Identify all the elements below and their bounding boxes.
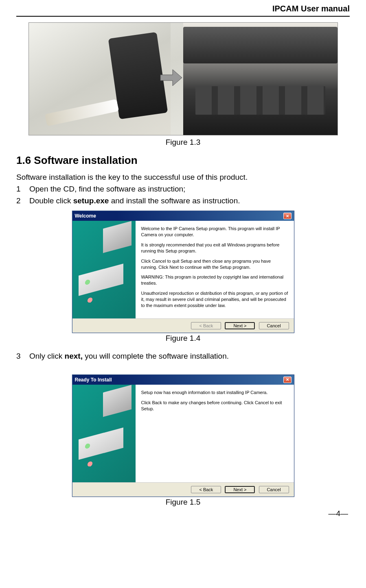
- back-button: < Back: [191, 322, 221, 329]
- close-icon[interactable]: ✕: [283, 213, 291, 219]
- figure-caption: Figure 1.3: [16, 138, 350, 147]
- next-button[interactable]: Next >: [225, 322, 255, 329]
- ready-to-install-dialog: Ready To Install ✕ Setup now has enough …: [72, 375, 294, 497]
- dialog-paragraph: It is strongly recommended that you exit…: [141, 242, 288, 254]
- step-3: 3 Only click next, you will complete the…: [16, 350, 350, 362]
- figure-caption: Figure 1.5: [16, 498, 350, 507]
- dialog-footer: < Back Next > Cancel: [72, 318, 294, 333]
- dialog-sidebar-graphic: [72, 385, 136, 482]
- bold-text: next,: [65, 352, 83, 360]
- dialog-paragraph: Click Back to make any changes before co…: [141, 400, 288, 412]
- dialog-paragraph: Click Cancel to quit Setup and then clos…: [141, 258, 288, 270]
- dialog-title-text: Ready To Install: [75, 377, 112, 383]
- dialog-footer: < Back Next > Cancel: [72, 482, 294, 497]
- dialog-paragraph: Unauthorized reproduction or distributio…: [141, 290, 288, 309]
- text: Double click: [29, 196, 73, 205]
- step-2: 2 Double click setup.exe and install the…: [16, 195, 350, 207]
- step-number: 2: [16, 195, 29, 207]
- bold-text: setup.exe: [73, 196, 109, 205]
- text: and install the software as instruction.: [109, 196, 240, 205]
- dialog-title-bar: Ready To Install ✕: [72, 375, 294, 385]
- dialog-content: Welcome to the IP Camera Setup program. …: [136, 221, 294, 318]
- step-number: 1: [16, 183, 29, 195]
- dialog-paragraph: Welcome to the IP Camera Setup program. …: [141, 226, 288, 238]
- step-text: Open the CD, find the software as instru…: [29, 183, 350, 195]
- router-lan-ports-photo: [183, 23, 338, 135]
- ipcam-cable-photo: [29, 23, 171, 135]
- step-1: 1 Open the CD, find the software as inst…: [16, 183, 350, 195]
- figure-1-5: Ready To Install ✕ Setup now has enough …: [16, 375, 350, 507]
- dialog-paragraph: Setup now has enough information to star…: [141, 390, 288, 396]
- figure-1-3: Figure 1.3: [16, 22, 350, 147]
- cancel-button[interactable]: Cancel: [259, 486, 289, 493]
- close-icon[interactable]: ✕: [283, 377, 291, 383]
- dialog-title-text: Welcome: [75, 213, 96, 219]
- arrow-right-icon: [158, 68, 183, 88]
- figure-1-4: Welcome ✕ Welcome to the IP Camera Setup…: [16, 211, 350, 343]
- next-button[interactable]: Next >: [225, 486, 255, 493]
- back-button[interactable]: < Back: [191, 486, 221, 493]
- welcome-dialog: Welcome ✕ Welcome to the IP Camera Setup…: [72, 211, 294, 333]
- hardware-connection-photo: [28, 22, 338, 135]
- dialog-title-bar: Welcome ✕: [72, 211, 294, 221]
- dialog-sidebar-graphic: [72, 221, 136, 318]
- section-intro: Software installation is the key to the …: [16, 172, 350, 183]
- step-text: Double click setup.exe and install the s…: [29, 195, 350, 207]
- text: you will complete the software installat…: [83, 352, 229, 360]
- dialog-paragraph: WARNING: This program is protected by co…: [141, 274, 288, 286]
- page-header: IPCAM User manual: [16, 0, 350, 17]
- section-heading: 1.6 Software installation: [16, 154, 350, 167]
- step-text: Only click next, you will complete the s…: [29, 350, 350, 362]
- page-number: —4—: [16, 509, 350, 518]
- step-number: 3: [16, 350, 29, 362]
- cancel-button[interactable]: Cancel: [259, 322, 289, 329]
- figure-caption: Figure 1.4: [16, 334, 350, 343]
- text: Only click: [29, 352, 65, 360]
- dialog-content: Setup now has enough information to star…: [136, 385, 294, 482]
